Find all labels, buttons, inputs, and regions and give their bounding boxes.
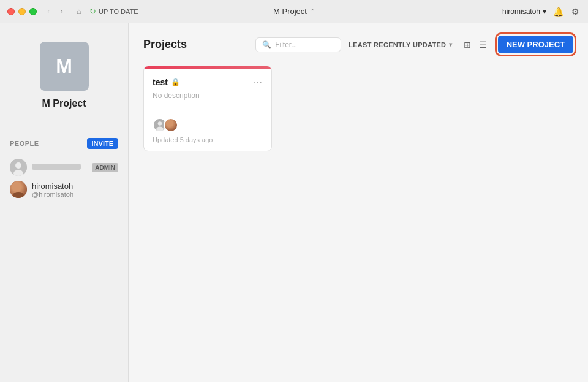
user-name: hiromisatoh xyxy=(502,7,540,16)
maximize-button[interactable] xyxy=(29,8,37,15)
title-chevron-icon: ⌃ xyxy=(310,8,315,15)
avatar-letter: M xyxy=(56,55,72,78)
sort-label: LEAST RECENTLY UPDATED xyxy=(349,41,446,48)
main-layout: M M Project PEOPLE INVITE xyxy=(0,23,588,382)
person-handle: @hiromisatoh xyxy=(32,191,118,198)
grid-view-icon[interactable]: ⊞ xyxy=(460,37,475,52)
sidebar: M M Project PEOPLE INVITE xyxy=(0,23,129,382)
nav-buttons: ‹ › xyxy=(43,6,67,17)
up-to-date-indicator: ↻ UP TO DATE xyxy=(89,7,138,16)
user-chevron-icon: ▾ xyxy=(543,7,546,16)
person-info xyxy=(32,164,87,172)
people-section: PEOPLE INVITE ADMIN xyxy=(10,138,118,201)
sidebar-divider xyxy=(10,128,118,128)
list-item: ADMIN xyxy=(10,156,118,178)
home-button[interactable]: ⌂ xyxy=(74,6,85,17)
forward-button[interactable]: › xyxy=(56,6,67,17)
card-title-text: test xyxy=(153,77,168,87)
up-to-date-label: UP TO DATE xyxy=(99,8,138,15)
person-name-blurred xyxy=(32,164,81,170)
project-avatar: M xyxy=(40,42,89,91)
card-footer: Updated 5 days ago xyxy=(153,118,263,143)
titlebar: ‹ › ⌂ ↻ UP TO DATE M Project ⌃ hiromisat… xyxy=(0,0,588,23)
search-icon: 🔍 xyxy=(262,40,271,49)
back-button[interactable]: ‹ xyxy=(43,6,54,17)
sort-selector[interactable]: LEAST RECENTLY UPDATED ▾ xyxy=(349,41,453,48)
card-body: test 🔒 ··· No description xyxy=(144,69,271,151)
card-menu-button[interactable]: ··· xyxy=(253,77,263,88)
window-title: M Project ⌃ xyxy=(273,7,315,16)
people-header: PEOPLE INVITE xyxy=(10,138,118,149)
svg-point-5 xyxy=(156,127,164,132)
traffic-lights xyxy=(7,8,37,15)
avatar xyxy=(10,159,27,176)
svg-point-4 xyxy=(158,121,162,126)
minimize-button[interactable] xyxy=(18,8,26,15)
card-description: No description xyxy=(153,91,263,110)
lock-icon: 🔒 xyxy=(171,78,180,86)
list-view-icon[interactable]: ☰ xyxy=(476,37,491,52)
content-area: Projects 🔍 Filter... LEAST RECENTLY UPDA… xyxy=(129,23,588,382)
view-icons: ⊞ ☰ xyxy=(460,37,491,52)
person-name: hiromisatoh xyxy=(32,181,118,191)
card-updated: Updated 5 days ago xyxy=(153,136,263,143)
project-card[interactable]: test 🔒 ··· No description xyxy=(143,66,272,151)
bell-icon[interactable]: 🔔 xyxy=(552,6,564,17)
titlebar-right: hiromisatoh ▾ 🔔 ⚙ xyxy=(502,6,581,17)
admin-badge: ADMIN xyxy=(92,163,118,172)
filter-placeholder: Filter... xyxy=(275,40,297,49)
list-item: hiromisatoh @hiromisatoh xyxy=(10,178,118,201)
sync-icon: ↻ xyxy=(89,7,96,16)
project-avatar-block: M M Project xyxy=(40,42,89,109)
avatar xyxy=(164,118,178,132)
invite-button[interactable]: INVITE xyxy=(87,138,118,149)
svg-point-1 xyxy=(15,162,21,169)
page-title: Projects xyxy=(143,38,187,51)
avatar xyxy=(10,181,27,198)
content-header: Projects 🔍 Filter... LEAST RECENTLY UPDA… xyxy=(143,36,573,53)
close-button[interactable] xyxy=(7,8,15,15)
card-title-row: test 🔒 ··· xyxy=(153,77,263,88)
user-menu[interactable]: hiromisatoh ▾ xyxy=(502,7,546,16)
sort-chevron-icon: ▾ xyxy=(449,41,452,48)
window-title-text: M Project xyxy=(273,7,307,16)
card-title: test 🔒 xyxy=(153,77,180,87)
avatar-photo xyxy=(10,181,27,198)
new-project-button[interactable]: NEW PROJECT xyxy=(498,36,573,53)
people-label: PEOPLE xyxy=(10,140,39,147)
person-info: hiromisatoh @hiromisatoh xyxy=(32,181,118,198)
filter-input[interactable]: 🔍 Filter... xyxy=(255,37,341,52)
projects-grid: test 🔒 ··· No description xyxy=(143,66,573,151)
card-avatars xyxy=(153,118,263,132)
project-name: M Project xyxy=(42,98,86,109)
settings-icon[interactable]: ⚙ xyxy=(570,6,581,17)
